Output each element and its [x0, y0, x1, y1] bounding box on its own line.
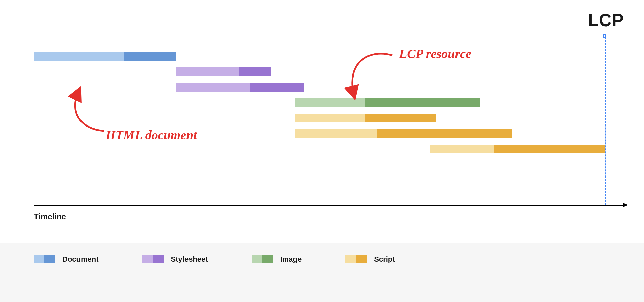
legend-swatch-icon	[142, 255, 164, 263]
legend-label: Document	[62, 255, 99, 264]
legend-label: Image	[280, 255, 302, 264]
annotation-lcp-resource: LCP resource	[399, 46, 471, 61]
arrow-html-document-icon	[60, 76, 127, 143]
bar-script	[295, 129, 512, 138]
legend-item-script: Script	[345, 255, 395, 264]
timeline-axis-label: Timeline	[34, 212, 66, 221]
legend-item-image: Image	[252, 255, 302, 264]
legend-band	[0, 243, 644, 302]
bar-stylesheet	[176, 67, 271, 76]
lcp-marker-line	[605, 37, 606, 205]
arrow-lcp-resource-icon	[335, 49, 402, 102]
bar-script	[295, 114, 436, 122]
legend-swatch-icon	[34, 255, 55, 263]
bar-document	[34, 52, 176, 61]
lcp-title-label: LCP	[588, 10, 624, 30]
bar-stylesheet	[176, 83, 304, 92]
timeline-axis-arrowhead-icon	[623, 203, 628, 207]
legend-item-stylesheet: Stylesheet	[142, 255, 208, 264]
lcp-marker-box	[603, 34, 606, 38]
legend-swatch-icon	[345, 255, 367, 263]
bar-script	[430, 145, 605, 153]
legend-label: Script	[374, 255, 395, 264]
legend: DocumentStylesheetImageScript	[34, 255, 395, 264]
waterfall-chart: LCP LCP resource HTML document Timeline	[34, 27, 621, 228]
timeline-axis	[34, 205, 624, 206]
legend-swatch-icon	[252, 255, 273, 263]
legend-item-document: Document	[34, 255, 99, 264]
legend-label: Stylesheet	[171, 255, 208, 264]
